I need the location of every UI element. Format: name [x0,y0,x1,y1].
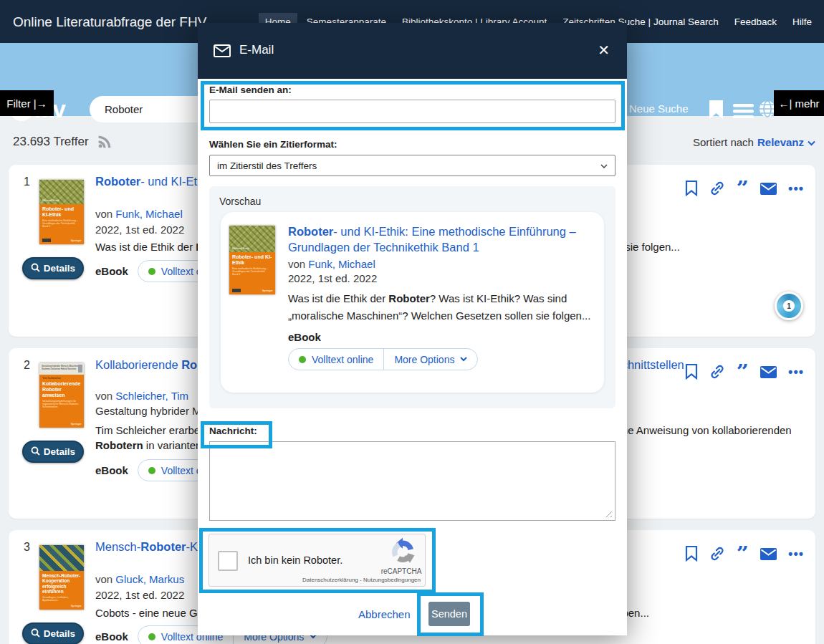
result-edition: 2022, 1st ed. 2022 [95,224,184,236]
result-edition: 2022, 1st ed. 2022 [95,589,184,601]
result-author-line: von Schleicher, Tim [95,390,188,402]
magnifier-icon [31,263,40,274]
preview-card: Michael Funk Roboter- und KI-Ethik Eine … [221,212,604,393]
permalink-icon[interactable] [709,181,725,196]
citation-format-select[interactable]: im Zitierstil des Treffers [209,155,615,176]
cover-author: Tim Schleicher [42,377,68,380]
available-dot [148,467,155,474]
citation-icon[interactable]: ” [737,181,749,196]
chevron-down-icon [600,160,608,171]
cover-subtitle: Gestaltungsempfehlungen für ergonomische… [42,400,80,409]
format-label: eBook [95,464,128,476]
citation-icon[interactable]: ” [737,546,749,562]
pin-bookmark-icon[interactable] [685,364,698,380]
cover-subtitle: Grundlagen, Leitfaden, Applikationen [42,596,80,602]
more-panel-button[interactable]: ←| mehr [774,90,824,116]
new-search-link[interactable]: Neue Suche [629,102,689,115]
cover-title: Mensch-Roboter-Kooperation erfolgreich e… [42,573,81,595]
recaptcha-terms-links[interactable]: Datenschutzerklärung - Nutzungsbedingung… [302,577,421,583]
result-number: 2 [24,359,30,372]
citation-format-value: im Zitierstil des Treffers [217,160,317,171]
preview-label: Vorschau [219,196,261,207]
result-actions: ” ••• [685,364,804,380]
book-cover-thumbnail[interactable]: Mensch-Roboter-Kooperation erfolgreich e… [39,545,84,610]
results-header: 23.693 Treffer [13,135,112,149]
preview-edition: 2022, 1st ed. 2022 [288,272,596,284]
cancel-button[interactable]: Abbrechen [358,608,411,620]
rss-icon[interactable] [97,135,112,149]
cover-subtitle: Eine methodische Einführung – Grundlagen… [232,267,271,277]
email-modal-header: E-Mail ✕ [198,23,627,79]
details-button[interactable]: Details [22,623,84,644]
result-actions: ” ••• [685,181,804,196]
sort-bar: Sortiert nach Relevanz [693,136,815,148]
modal-title: E-Mail [239,43,274,57]
preview-title-link[interactable]: Roboter- und KI-Ethik: Eine methodische … [288,224,596,255]
chevron-down-icon[interactable] [808,136,815,148]
author-link[interactable]: Gluck, Markus [115,573,184,585]
citation-count-badge[interactable]: 1 [775,292,803,320]
preview-book-cover: Michael Funk Roboter- und KI-Ethik Eine … [229,226,275,294]
author-link[interactable]: Schleicher, Tim [115,390,188,402]
book-cover-thumbnail[interactable]: Gestaltung hybrider Mensch-Maschine-Syst… [39,363,84,428]
cover-series: Gestaltung hybrider Mensch-Maschine-Syst… [42,365,82,370]
mail-icon [214,44,231,60]
more-options-button[interactable]: More Options [383,349,477,370]
fulltext-online-link[interactable]: Volltext online [289,349,383,370]
sort-prefix: Sortiert nach [693,136,754,148]
cover-title: Roboter- und KI-Ethik [42,206,81,218]
message-textarea[interactable] [209,441,615,521]
cover-author: Michael Funk [42,199,59,202]
email-icon[interactable] [760,366,777,378]
preview-description: Was ist die Ethik der Roboter? Was ist K… [288,290,607,325]
cover-title: Kollaborierende Roboter anweisen [42,381,81,398]
details-button[interactable]: Details [22,441,84,463]
more-actions-icon[interactable]: ••• [788,365,804,380]
book-cover-thumbnail[interactable]: Michael Funk Roboter- und KI-Ethik Eine … [39,180,84,244]
permalink-icon[interactable] [709,364,725,380]
badge-donut: 1 [777,294,801,318]
cover-subtitle: Eine methodische Einführung – Grundlagen… [42,219,80,229]
result-number: 3 [24,541,30,554]
badge-value: 1 [783,300,795,312]
result-author-line: von Gluck, Markus [95,573,184,585]
citation-icon[interactable]: ” [737,364,749,380]
nav-hilfe[interactable]: Hilfe [786,13,818,31]
available-dot [299,356,306,363]
preview-panel: Vorschau Michael Funk Roboter- und KI-Et… [209,186,615,408]
send-button[interactable]: Senden [428,602,470,626]
recaptcha-label: Ich bin kein Roboter. [248,554,342,566]
citation-format-label: Wählen Sie ein Zitierformat: [209,139,337,150]
cover-title: Roboter- und KI-Ethik [232,254,272,266]
bookmark-folder-icon[interactable] [709,100,724,122]
cover-publisher: Springer [71,239,82,242]
result-actions: ” ••• [685,546,804,562]
recaptcha-widget: Ich bin kein Roboter. reCAPTCHA Datensch… [209,534,426,587]
filter-panel-button[interactable]: Filter |→ [0,90,54,116]
magnifier-icon [31,446,40,458]
author-link[interactable]: Funk, Michael [115,208,182,220]
recaptcha-brand: reCAPTCHA [378,567,424,575]
sort-dropdown[interactable]: Relevanz [757,136,804,148]
message-label: Nachricht: [209,426,257,436]
email-to-input[interactable] [209,100,615,123]
menu-icon[interactable] [733,104,754,121]
preview-format-label: eBook [288,331,596,343]
result-number: 1 [24,176,30,188]
nav-feedback[interactable]: Feedback [728,13,783,31]
close-icon[interactable]: ✕ [598,42,610,59]
email-to-label: E-Mail senden an: [209,85,292,95]
pin-bookmark-icon[interactable] [685,546,698,562]
more-actions-icon[interactable]: ••• [788,547,804,562]
recaptcha-checkbox[interactable] [218,551,238,571]
format-label: eBook [95,265,128,277]
email-icon[interactable] [760,548,777,560]
details-button[interactable]: Details [22,257,84,279]
author-link[interactable]: Funk, Michael [308,258,375,270]
permalink-icon[interactable] [709,546,725,562]
more-actions-icon[interactable]: ••• [788,181,804,196]
cover-author: Michael Funk [232,247,249,250]
email-icon[interactable] [760,183,777,195]
format-label: eBook [95,630,128,643]
pin-bookmark-icon[interactable] [685,181,698,196]
